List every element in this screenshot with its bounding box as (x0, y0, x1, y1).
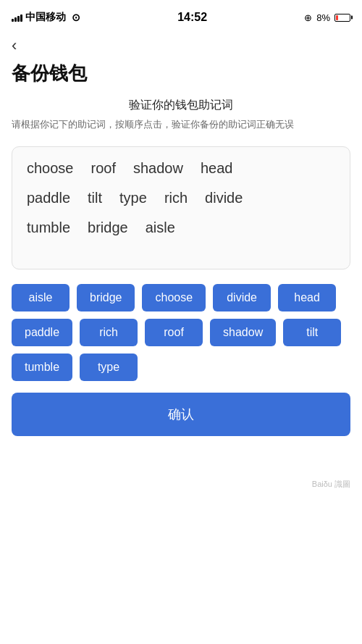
baidu-watermark: Baiδu 識圖 (312, 480, 350, 488)
word-chips-section: aisle bridge choose divide head paddle r… (0, 281, 362, 448)
display-word-divide: divide (205, 190, 243, 206)
bottom-area: Baiδu 識圖 (0, 448, 362, 497)
display-word-head: head (201, 160, 233, 177)
chip-type[interactable]: type (80, 354, 138, 381)
status-time: 14:52 (177, 11, 207, 24)
back-button[interactable]: ‹ (0, 32, 362, 57)
word-display-row-2: paddle tilt type rich divide (27, 190, 335, 217)
display-word-aisle: aisle (146, 219, 175, 236)
chip-head[interactable]: head (278, 284, 336, 311)
instruction-desc: 请根据你记下的助记词，按顺序点击，验证你备份的助记词正确无误 (12, 117, 350, 132)
word-display-row-1: choose roof shadow head (27, 160, 335, 187)
display-word-tilt: tilt (88, 190, 102, 206)
location-icon: ⊕ (304, 12, 312, 23)
chip-paddle[interactable]: paddle (12, 319, 72, 346)
word-display-row-3: tumble bridge aisle (27, 219, 335, 246)
wifi-icon: ⊙ (72, 12, 80, 23)
battery-percent: 8% (316, 12, 330, 23)
chip-divide[interactable]: divide (213, 284, 271, 311)
word-display-box: choose roof shadow head paddle tilt type… (12, 146, 350, 269)
instruction-section: 验证你的钱包助记词 请根据你记下的助记词，按顺序点击，验证你备份的助记词正确无误 (0, 98, 362, 139)
instruction-title: 验证你的钱包助记词 (12, 98, 350, 113)
chip-aisle[interactable]: aisle (12, 284, 70, 311)
chip-bridge[interactable]: bridge (77, 284, 135, 311)
confirm-button[interactable]: 确认 (12, 393, 350, 436)
display-word-type: type (119, 190, 147, 206)
display-word-bridge: bridge (88, 219, 128, 236)
signal-icon (12, 13, 22, 22)
battery-icon (334, 14, 350, 22)
chip-roof[interactable]: roof (145, 319, 203, 346)
back-chevron-icon: ‹ (12, 36, 17, 54)
chip-shadow[interactable]: shadow (210, 319, 276, 346)
status-bar: 中国移动 ⊙ 14:52 ⊕ 8% (0, 0, 362, 32)
display-word-choose: choose (27, 160, 74, 177)
display-word-rich: rich (164, 190, 188, 206)
display-word-shadow: shadow (133, 160, 183, 177)
status-left: 中国移动 ⊙ (12, 11, 80, 24)
chip-tilt[interactable]: tilt (283, 319, 341, 346)
word-chips-grid: aisle bridge choose divide head paddle r… (12, 284, 350, 381)
carrier-label: 中国移动 (25, 11, 66, 24)
page-title: 备份钱包 (0, 57, 362, 98)
chip-tumble[interactable]: tumble (12, 354, 72, 381)
chip-choose[interactable]: choose (142, 284, 206, 311)
status-right: ⊕ 8% (304, 12, 350, 23)
display-word-tumble: tumble (27, 219, 70, 236)
display-word-roof: roof (91, 160, 116, 177)
chip-rich[interactable]: rich (80, 319, 138, 346)
display-word-paddle: paddle (27, 190, 70, 206)
